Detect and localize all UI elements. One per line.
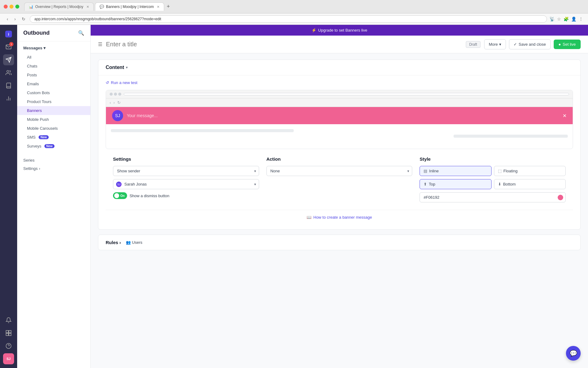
tab-label-reports: Overview | Reports | Moodjoy (35, 5, 83, 9)
rail-users[interactable] (3, 67, 14, 78)
style-group: Style ▤ Inline ⬚ Floating (420, 156, 566, 202)
close-window-button[interactable] (4, 5, 8, 9)
sidebar-item-emails[interactable]: Emails (17, 79, 90, 88)
preview-nav: ‹ › ↻ (106, 98, 573, 107)
banner-message-input[interactable] (127, 113, 559, 118)
preview-dots (110, 93, 121, 96)
more-button[interactable]: More ▾ (484, 39, 506, 49)
sidebar-item-custom-bots[interactable]: Custom Bots (17, 88, 90, 97)
minimize-window-button[interactable] (9, 5, 13, 9)
rail-outbound[interactable] (3, 54, 14, 65)
sidebar-messages-label[interactable]: Messages ▾ (17, 43, 90, 53)
tab-label-banners: Banners | Moodjoy | Intercom (106, 5, 154, 9)
sidebar-item-mobile-carousels[interactable]: Mobile Carousels (17, 124, 90, 133)
sidebar: Outbound 🔍 Messages ▾ All Chats Posts Em… (17, 25, 91, 368)
action-select-wrapper: None (266, 166, 413, 176)
sidebar-bottom: Series Settings › (17, 152, 90, 176)
content-card-header[interactable]: Content ▾ (98, 60, 580, 75)
sidebar-settings-item[interactable]: Settings › (23, 164, 84, 173)
profile-icon[interactable]: 👤 (571, 17, 576, 21)
browser-tab-reports[interactable]: 📊 Overview | Reports | Moodjoy ✕ (24, 2, 94, 11)
browser-window-controls (4, 5, 19, 9)
rail-notifications[interactable] (3, 315, 14, 326)
set-live-button[interactable]: ● Set live (554, 40, 581, 49)
show-sender-select[interactable]: Show sender (113, 166, 259, 176)
back-button[interactable]: ‹ (5, 16, 10, 22)
search-button[interactable]: 🔍 (78, 30, 84, 36)
chat-widget[interactable]: 💬 (566, 346, 581, 361)
rail-knowledge[interactable] (3, 80, 14, 91)
svg-rect-9 (9, 331, 11, 333)
upgrade-banner[interactable]: ⚡ Upgrade to set Banners live (91, 25, 588, 36)
rules-card: Rules › 👥 Users (98, 235, 581, 250)
maximize-window-button[interactable] (15, 5, 19, 9)
rail-apps[interactable] (3, 328, 14, 339)
menu-icon[interactable]: ⋮ (579, 17, 583, 21)
tab-close-banners[interactable]: ✕ (157, 5, 160, 9)
preview-dot-2 (114, 93, 117, 96)
sidebar-item-chats[interactable]: Chats (17, 62, 90, 71)
banner-close-icon[interactable]: ✕ (563, 113, 567, 119)
title-input[interactable] (106, 41, 462, 48)
sidebar-item-all[interactable]: All (17, 53, 90, 62)
users-tab[interactable]: 👥 Users (126, 240, 142, 245)
top-icon: ⬆ (424, 182, 427, 186)
address-input[interactable] (30, 15, 547, 23)
color-input[interactable] (420, 192, 566, 202)
run-test-link[interactable]: ↺ Run a new test (106, 80, 573, 85)
svg-rect-8 (6, 331, 9, 333)
floating-option[interactable]: ⬚ Floating (494, 166, 566, 176)
checkmark-icon: ✓ (514, 42, 517, 47)
upgrade-icon: ⚡ (311, 28, 316, 33)
rail-avatar[interactable]: SJ (3, 353, 14, 364)
inline-option[interactable]: ▤ Inline (420, 166, 491, 176)
sidebar-series-item[interactable]: Series (23, 156, 84, 164)
rail-help[interactable] (3, 340, 14, 351)
top-option[interactable]: ⬆ Top (420, 179, 491, 189)
sidebar-item-mobile-push[interactable]: Mobile Push (17, 115, 90, 124)
dismiss-toggle[interactable]: On (113, 192, 127, 199)
sidebar-item-banners[interactable]: Banners (17, 106, 90, 115)
action-select[interactable]: None (266, 166, 413, 176)
forward-button[interactable]: › (13, 16, 18, 22)
extension-icon[interactable]: 🧩 (564, 17, 569, 21)
sidebar-item-surveys[interactable]: Surveys New (17, 142, 90, 151)
editor-area: Content ▾ ↺ Run a new test (91, 53, 588, 368)
sender-select[interactable]: Sarah Jonas (113, 179, 259, 189)
sidebar-header: Outbound 🔍 (17, 25, 90, 41)
rules-title[interactable]: Rules › (106, 240, 121, 245)
rail-logo[interactable]: i (3, 29, 14, 40)
sidebar-item-product-tours[interactable]: Product Tours (17, 97, 90, 106)
chat-widget-icon: 💬 (570, 350, 577, 357)
bottom-option[interactable]: ⬇ Bottom (494, 179, 566, 189)
rail-inbox[interactable]: 1 (3, 41, 14, 52)
toggle-on-label: On (120, 194, 125, 197)
sidebar-item-posts[interactable]: Posts (17, 71, 90, 79)
tab-close-reports[interactable]: ✕ (86, 5, 89, 9)
hamburger-icon[interactable]: ☰ (98, 41, 102, 47)
browser-tab-banners[interactable]: 💬 Banners | Moodjoy | Intercom ✕ (95, 2, 164, 11)
preview-placeholder-lines (111, 129, 568, 132)
help-link[interactable]: 📖 How to create a banner message (106, 210, 573, 224)
settings-action-style-section: Settings Show sender SJ Sarah Jonas (106, 149, 573, 210)
browser-actions: 📡 ☆ 🧩 👤 ⋮ (549, 17, 583, 21)
new-tab-button[interactable]: + (165, 2, 171, 11)
style-title: Style (420, 156, 566, 162)
browser-tabs: 📊 Overview | Reports | Moodjoy ✕ 💬 Banne… (24, 2, 171, 11)
action-title: Action (266, 156, 413, 162)
preview-forward-icon: › (113, 100, 115, 105)
browser-preview: ‹ › ↻ SJ ✕ (106, 90, 573, 149)
sidebar-item-sms[interactable]: SMS New (17, 133, 90, 142)
browser-chrome: 📊 Overview | Reports | Moodjoy ✕ 💬 Banne… (0, 0, 588, 13)
reload-button[interactable]: ↻ (20, 16, 27, 22)
color-swatch[interactable] (558, 195, 563, 200)
content-chevron-icon: ▾ (126, 65, 128, 70)
svg-point-4 (7, 71, 9, 73)
bookmark-icon[interactable]: ☆ (557, 17, 561, 21)
floating-icon: ⬚ (498, 169, 502, 173)
top-bar: ☰ Draft More ▾ ✓ Save and close ● Set li… (91, 36, 588, 53)
cast-icon[interactable]: 📡 (549, 17, 555, 21)
save-close-button[interactable]: ✓ Save and close (509, 39, 551, 49)
preview-line-2 (454, 135, 568, 138)
rail-reports[interactable] (3, 93, 14, 104)
